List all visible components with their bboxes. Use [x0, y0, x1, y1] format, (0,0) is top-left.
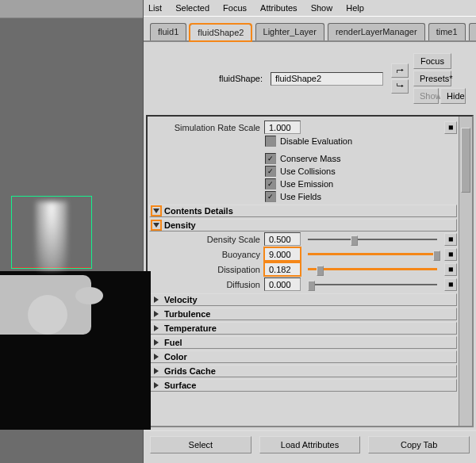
show-button[interactable]: Show: [413, 88, 439, 104]
sim-rate-input[interactable]: [264, 121, 301, 134]
section-turbulence-label: Turbulence: [164, 309, 210, 319]
twisty-right-icon[interactable]: [152, 381, 161, 390]
sim-rate-label: Simulation Rate Scale: [149, 123, 260, 132]
section-turbulence[interactable]: Turbulence: [149, 308, 457, 320]
section-temperature[interactable]: Temperature: [149, 322, 457, 335]
tab-fluidemitter1[interactable]: fluidEmitter1: [469, 23, 476, 40]
diffusion-map-icon[interactable]: ◼: [444, 278, 457, 291]
svg-marker-6: [154, 354, 159, 360]
menu-attributes[interactable]: Attributes: [260, 3, 297, 13]
tab-time1[interactable]: time1: [428, 23, 466, 40]
section-contents-details[interactable]: Contents Details: [149, 205, 457, 217]
go-to-input-icon[interactable]: ⮣: [391, 63, 409, 78]
menu-show[interactable]: Show: [311, 3, 333, 13]
node-type-label: fluidShape:: [148, 74, 266, 83]
fluid-plume: [36, 201, 67, 271]
node-tabs: fluid1 fluidShape2 Lighter_Layer renderL…: [144, 17, 476, 42]
dissipation-input[interactable]: [264, 262, 301, 276]
svg-marker-8: [154, 382, 159, 388]
use-collisions-checkbox[interactable]: [265, 166, 276, 177]
sim-rate-map-icon[interactable]: ◼: [444, 121, 457, 134]
node-name-input[interactable]: [271, 72, 383, 86]
section-fuel-label: Fuel: [164, 338, 182, 347]
menu-focus[interactable]: Focus: [223, 3, 247, 13]
use-emission-label: Use Emission: [280, 179, 333, 189]
buoyancy-slider[interactable]: [308, 249, 437, 260]
load-attributes-button[interactable]: Load Attributes: [259, 436, 361, 453]
conserve-mass-checkbox[interactable]: [265, 153, 276, 164]
svg-marker-0: [153, 209, 159, 213]
density-scale-label: Density Scale: [149, 235, 260, 244]
attributes-body: Simulation Rate Scale ◼ Disable Evaluati…: [148, 117, 459, 426]
diffusion-input[interactable]: [264, 277, 301, 291]
section-density[interactable]: Density: [149, 219, 457, 232]
buoyancy-map-icon[interactable]: ◼: [444, 248, 457, 261]
tab-fluidshape2[interactable]: fluidShape2: [190, 24, 251, 41]
menu-selected[interactable]: Selected: [175, 3, 209, 13]
viewport-toolbar: [0, 0, 143, 18]
hide-button[interactable]: Hide: [440, 88, 466, 104]
use-emission-checkbox[interactable]: [265, 178, 276, 189]
twisty-right-icon[interactable]: [152, 352, 161, 362]
viewport-panel: [0, 0, 144, 463]
twisty-down-icon[interactable]: [152, 206, 161, 216]
select-button[interactable]: Select: [150, 436, 251, 453]
scrollbar-thumb[interactable]: [461, 128, 470, 193]
vertical-scrollbar[interactable]: [459, 117, 472, 426]
menu-list[interactable]: List: [148, 3, 162, 13]
menu-bar: List Selected Focus Attributes Show Help: [144, 0, 476, 17]
dissipation-label: Dissipation: [149, 265, 260, 274]
twisty-right-icon[interactable]: [152, 338, 161, 347]
menu-help[interactable]: Help: [346, 3, 364, 13]
buoyancy-input[interactable]: [264, 247, 301, 261]
presets-button[interactable]: Presets*: [413, 71, 451, 86]
section-surface-label: Surface: [164, 381, 196, 390]
dissipation-map-icon[interactable]: ◼: [444, 263, 457, 276]
go-to-output-icon[interactable]: ⮡: [391, 79, 409, 94]
attribute-editor: List Selected Focus Attributes Show Help…: [144, 0, 476, 463]
twisty-right-icon[interactable]: [152, 366, 161, 376]
dissipation-slider[interactable]: [308, 264, 437, 275]
section-velocity-label: Velocity: [164, 295, 198, 304]
tab-renderlayermanager[interactable]: renderLayerManager: [328, 23, 425, 40]
section-velocity[interactable]: Velocity: [149, 293, 457, 306]
twisty-down-icon[interactable]: [152, 220, 161, 230]
section-temperature-label: Temperature: [164, 323, 217, 333]
buoyancy-label: Buoyancy: [149, 250, 260, 259]
svg-marker-3: [154, 311, 159, 317]
twisty-right-icon[interactable]: [152, 323, 161, 333]
section-fuel[interactable]: Fuel: [149, 336, 457, 349]
twisty-right-icon[interactable]: [152, 295, 161, 304]
use-collisions-label: Use Collisions: [280, 166, 336, 176]
svg-marker-5: [154, 339, 159, 346]
use-fields-checkbox[interactable]: [265, 191, 276, 202]
svg-marker-4: [154, 325, 159, 331]
twisty-right-icon[interactable]: [152, 309, 161, 319]
tab-fluid1[interactable]: fluid1: [150, 23, 186, 40]
density-scale-map-icon[interactable]: ◼: [444, 233, 457, 246]
disable-eval-checkbox[interactable]: [265, 136, 276, 147]
svg-marker-1: [153, 223, 159, 228]
section-color-label: Color: [164, 352, 187, 362]
node-header: fluidShape: ⮣ ⮡ Focus Presets* Show Hide: [144, 42, 476, 115]
diffusion-label: Diffusion: [149, 280, 260, 289]
tab-lighter-layer[interactable]: Lighter_Layer: [255, 23, 324, 40]
viewport-scene[interactable]: [0, 17, 143, 463]
section-grids-cache[interactable]: Grids Cache: [149, 365, 457, 377]
section-contents-label: Contents Details: [164, 206, 233, 216]
conserve-mass-label: Conserve Mass: [280, 154, 340, 163]
section-density-label: Density: [164, 220, 196, 230]
section-surface[interactable]: Surface: [149, 379, 457, 392]
use-fields-label: Use Fields: [280, 192, 321, 201]
svg-marker-2: [154, 297, 159, 303]
density-scale-slider[interactable]: [308, 234, 437, 245]
section-grids-label: Grids Cache: [164, 366, 216, 376]
diffusion-slider[interactable]: [308, 279, 437, 290]
section-color[interactable]: Color: [149, 350, 457, 363]
disable-eval-label: Disable Evaluation: [280, 136, 352, 146]
bottom-buttons: Select Load Attributes Copy Tab: [144, 430, 476, 463]
density-scale-input[interactable]: [264, 232, 301, 246]
focus-button[interactable]: Focus: [413, 53, 451, 69]
copy-tab-button[interactable]: Copy Tab: [368, 436, 470, 453]
svg-marker-7: [154, 368, 159, 374]
